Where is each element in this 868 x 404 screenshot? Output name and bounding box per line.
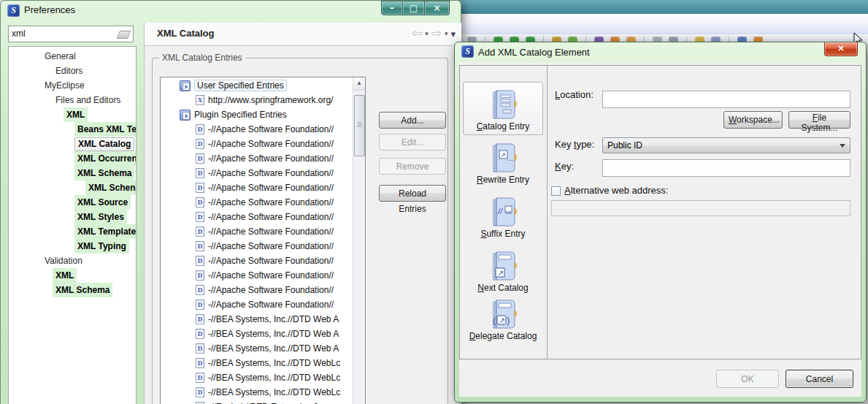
list-item-label: -//Apache Software Foundation//: [208, 168, 334, 178]
svg-text:): ): [507, 315, 510, 326]
myeclipse-logo-icon: [461, 45, 474, 58]
list-item-apache-software-foundation[interactable]: D-//Apache Software Foundation//: [161, 180, 353, 195]
list-item-bea-systems-inc-dtd-weblc[interactable]: D-//BEA Systems, Inc.//DTD WebLc: [161, 385, 353, 400]
list-item-bea-systems-inc-dtd-web-a[interactable]: D-//BEA Systems, Inc.//DTD Web A: [161, 312, 353, 327]
filter-search-input[interactable]: xml: [8, 26, 134, 42]
tree-item-label: XML Schen: [85, 180, 137, 195]
sidebar-item-catalog-entry[interactable]: Catalog Entry: [463, 82, 543, 135]
maximize-button[interactable]: □: [403, 1, 425, 15]
list-item-label: -//BEA Systems, Inc.//DTD Web A: [208, 329, 339, 339]
list-item-http-www-springframework-org[interactable]: Xhttp://www.springframework.org/: [161, 93, 353, 107]
key-input[interactable]: [602, 159, 850, 177]
catalog-icon: [180, 80, 191, 91]
list-item-user-specified-entries[interactable]: User Specified Entries: [161, 78, 353, 93]
add-button[interactable]: Add...: [379, 112, 446, 129]
list-item-bea-systems-inc-dtd-web-a[interactable]: D-//BEA Systems, Inc.//DTD Web A: [161, 341, 353, 356]
list-item-apache-software-foundation[interactable]: D-//Apache Software Foundation//: [161, 166, 353, 180]
remove-button[interactable]: Remove: [379, 158, 446, 175]
tree-item-xml-styles[interactable]: XML Styles: [9, 210, 136, 224]
list-item-bea-systems-inc-dtd-web-a[interactable]: D-//BEA Systems, Inc.//DTD Web A: [161, 327, 353, 341]
alternative-web-address-checkbox[interactable]: [551, 186, 561, 196]
list-item-apache-software-foundation[interactable]: D-//Apache Software Foundation//: [161, 239, 353, 254]
dtd-file-icon: D: [196, 139, 204, 149]
tree-item-xml-typing[interactable]: XML Typing: [9, 239, 136, 254]
back-icon[interactable]: ⇦: [412, 26, 422, 41]
preferences-title: Preferences: [24, 1, 75, 20]
tree-item-label: XML Occurren: [74, 151, 137, 166]
rewrite-entry-icon: ↗ ...: [487, 142, 519, 174]
catalog-entries-list[interactable]: User Specified EntriesXhttp://www.spring…: [160, 77, 366, 404]
tree-item-beans-xml-te[interactable]: Beans XML Te: [9, 122, 136, 137]
dialog-close-button[interactable]: ×: [824, 42, 858, 56]
location-input[interactable]: [602, 91, 850, 108]
tree-item-label: Validation: [42, 254, 85, 268]
sidebar-item-rewrite-entry[interactable]: ↗ ...Rewrite Entry: [463, 142, 543, 185]
sidebar-item-next-catalog[interactable]: ↗Next Catalog: [463, 250, 543, 293]
view-menu-icon[interactable]: ▾: [450, 28, 456, 39]
tree-item-label: XML Schema: [53, 283, 112, 297]
dtd-file-icon: D: [196, 343, 204, 354]
dtd-file-icon: D: [196, 270, 204, 281]
list-item-apache-software-foundation[interactable]: D-//Apache Software Foundation//: [161, 210, 353, 224]
key-type-select[interactable]: Public ID: [602, 137, 850, 153]
preferences-titlebar[interactable]: Preferences – □ ×: [1, 1, 461, 20]
clear-filter-icon[interactable]: [117, 31, 131, 39]
alternative-web-address-input[interactable]: [551, 200, 850, 216]
list-item-plugin-specified-entries[interactable]: Plugin Specified Entries: [161, 107, 353, 122]
list-item-exolab-dtd-enterprise-j[interactable]: D-//ExoLab//DTD Enterprise J: [161, 400, 353, 404]
list-item-apache-software-foundation[interactable]: D-//Apache Software Foundation//: [161, 268, 353, 283]
ok-button[interactable]: OK: [716, 370, 779, 388]
catalog-entry-form: Location: Workspace... File System... Ke…: [547, 66, 861, 359]
sidebar-item-label: Next Catalog: [463, 283, 543, 293]
list-item-apache-software-foundation[interactable]: D-//Apache Software Foundation//: [161, 224, 353, 239]
edit-button[interactable]: Edit...: [379, 134, 446, 150]
tree-item-validation[interactable]: Validation: [9, 254, 136, 268]
catalog-icon: [180, 110, 191, 121]
tree-item-general[interactable]: General: [9, 49, 136, 64]
list-item-apache-software-foundation[interactable]: D-//Apache Software Foundation//: [161, 122, 353, 137]
list-item-apache-software-foundation[interactable]: D-//Apache Software Foundation//: [161, 137, 353, 151]
tree-item-xml-catalog[interactable]: XML Catalog: [9, 137, 136, 151]
cancel-button[interactable]: Cancel: [786, 370, 853, 388]
tree-item-xml[interactable]: XML: [9, 268, 136, 283]
dtd-file-icon: D: [196, 300, 204, 310]
tree-item-xml-schema[interactable]: XML Schema: [9, 283, 136, 297]
back-dropdown-icon[interactable]: ▾: [425, 30, 429, 37]
list-item-apache-software-foundation[interactable]: D-//Apache Software Foundation//: [161, 297, 353, 312]
tree-item-editors[interactable]: Editors: [9, 64, 136, 78]
tree-item-files-and-editors[interactable]: Files and Editors: [9, 93, 136, 107]
list-item-label: http://www.springframework.org/: [208, 95, 333, 105]
list-item-label: Plugin Specified Entries: [194, 110, 287, 120]
tree-item-myeclipse[interactable]: MyEclipse: [9, 78, 136, 93]
sidebar-item-delegate-catalog[interactable]: ( ↗ )Delegate Catalog: [463, 298, 543, 341]
dtd-file-icon: D: [196, 183, 204, 193]
tree-item-xml-occurren[interactable]: XML Occurren: [9, 151, 136, 166]
list-item-apache-software-foundation[interactable]: D-//Apache Software Foundation//: [161, 283, 353, 297]
tree-item-label: Files and Editors: [53, 93, 123, 107]
key-type-value: Public ID: [607, 140, 642, 150]
add-xml-catalog-element-dialog: Add XML Catalog Element × Catalog Entry …: [454, 42, 867, 403]
tree-item-xml-schen[interactable]: XML Schen: [9, 180, 136, 195]
list-item-bea-systems-inc-dtd-weblc[interactable]: D-//BEA Systems, Inc.//DTD WebLc: [161, 356, 353, 370]
forward-dropdown-icon[interactable]: ▾: [445, 30, 448, 37]
list-item-apache-software-foundation[interactable]: D-//Apache Software Foundation//: [161, 254, 353, 268]
close-button[interactable]: ×: [425, 1, 450, 15]
scroll-up-icon[interactable]: ▲: [353, 77, 365, 91]
tree-item-xml-template[interactable]: XML Template: [9, 224, 136, 239]
minimize-button[interactable]: –: [381, 1, 403, 15]
dialog-content: Catalog Entry ↗ ...Rewrite Entry // Suff…: [459, 65, 861, 359]
file-system-button[interactable]: File System...: [788, 111, 850, 129]
sidebar-item-suffix-entry[interactable]: // Suffix Entry: [463, 196, 543, 239]
list-item-apache-software-foundation[interactable]: D-//Apache Software Foundation//: [161, 151, 353, 166]
workspace-button[interactable]: Workspace...: [723, 111, 783, 129]
list-item-apache-software-foundation[interactable]: D-//Apache Software Foundation//: [161, 195, 353, 210]
list-item-bea-systems-inc-dtd-weblc[interactable]: D-//BEA Systems, Inc.//DTD WebLc: [161, 370, 353, 385]
list-scrollbar[interactable]: ▲: [353, 77, 365, 404]
tree-item-xml-schema[interactable]: XML Schema: [9, 166, 136, 180]
reload-entries-button[interactable]: Reload Entries: [379, 185, 446, 202]
scrollbar-thumb[interactable]: [354, 95, 365, 156]
forward-icon[interactable]: ⇨: [431, 26, 442, 41]
tree-item-xml-source[interactable]: XML Source: [9, 195, 136, 210]
dtd-file-icon: D: [196, 153, 204, 164]
tree-item-xml[interactable]: XML: [9, 107, 136, 122]
